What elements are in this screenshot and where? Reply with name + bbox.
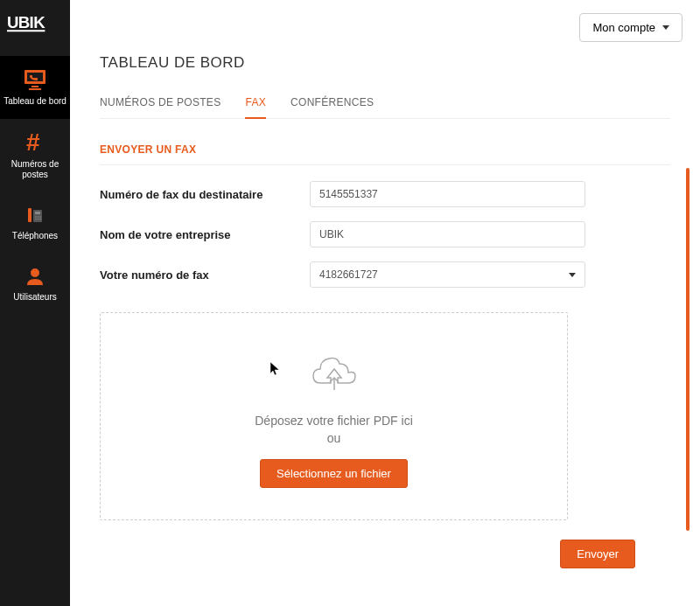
your-fax-select[interactable]: 4182661727 bbox=[310, 261, 585, 288]
svg-point-16 bbox=[31, 268, 39, 277]
svg-text:#: # bbox=[26, 131, 40, 154]
sidebar-item-label: Numéros de postes bbox=[4, 159, 66, 180]
sidebar-item-phones[interactable]: Téléphones bbox=[0, 192, 70, 254]
svg-point-12 bbox=[39, 216, 41, 218]
deskphone-icon bbox=[24, 205, 46, 226]
section-title: ENVOYER UN FAX bbox=[100, 143, 670, 156]
svg-rect-7 bbox=[28, 208, 32, 222]
svg-point-11 bbox=[38, 216, 39, 218]
recipient-fax-input[interactable] bbox=[310, 181, 585, 207]
tab-extensions[interactable]: NUMÉROS DE POSTES bbox=[100, 89, 220, 118]
account-menu-label: Mon compte bbox=[592, 21, 655, 34]
monitor-phone-icon bbox=[22, 68, 48, 91]
topbar: Mon compte bbox=[70, 0, 700, 54]
select-file-button[interactable]: Sélectionnez un fichier bbox=[260, 459, 408, 488]
tab-conferences[interactable]: CONFÉRENCES bbox=[290, 89, 374, 118]
dropzone-text: Déposez votre fichier PDF ici ou bbox=[118, 413, 550, 447]
company-name-label: Nom de votre entreprise bbox=[100, 228, 310, 241]
user-icon bbox=[24, 266, 46, 287]
sidebar-item-label: Téléphones bbox=[12, 231, 58, 241]
page-title: TABLEAU DE BORD bbox=[100, 54, 670, 72]
svg-rect-9 bbox=[35, 212, 40, 214]
dropzone-line2: ou bbox=[118, 430, 550, 448]
main-panel: Mon compte TABLEAU DE BORD NUMÉROS DE PO… bbox=[70, 0, 700, 606]
svg-point-14 bbox=[38, 219, 39, 220]
svg-point-13 bbox=[35, 219, 37, 220]
brand-logo: UBIK bbox=[0, 0, 70, 56]
sidebar-item-label: Tableau de bord bbox=[4, 96, 66, 107]
tab-fax[interactable]: FAX bbox=[245, 89, 266, 119]
your-fax-label: Votre numéro de fax bbox=[100, 268, 310, 282]
tabs: NUMÉROS DE POSTES FAX CONFÉRENCES bbox=[100, 89, 670, 119]
chevron-down-icon bbox=[662, 25, 669, 30]
scrollbar[interactable] bbox=[686, 168, 690, 531]
svg-point-15 bbox=[39, 219, 41, 220]
divider bbox=[100, 164, 670, 165]
cloud-upload-icon bbox=[310, 355, 359, 394]
send-button[interactable]: Envoyer bbox=[560, 540, 635, 568]
hash-icon: # bbox=[24, 131, 46, 154]
company-name-input[interactable] bbox=[310, 221, 585, 247]
sidebar: UBIK Tableau de bord # Numéros de postes… bbox=[0, 0, 70, 606]
chevron-down-icon bbox=[569, 273, 576, 277]
account-menu-button[interactable]: Mon compte bbox=[579, 13, 682, 42]
your-fax-selected-value: 4182661727 bbox=[319, 268, 378, 281]
svg-rect-4 bbox=[32, 86, 38, 87]
file-dropzone[interactable]: Déposez votre fichier PDF ici ou Sélecti… bbox=[100, 312, 568, 520]
svg-text:UBIK: UBIK bbox=[7, 13, 46, 31]
sidebar-item-label: Utilisateurs bbox=[13, 292, 56, 303]
svg-point-10 bbox=[35, 216, 37, 218]
svg-rect-5 bbox=[29, 88, 41, 90]
sidebar-item-dashboard[interactable]: Tableau de bord bbox=[0, 56, 70, 119]
dropzone-line1: Déposez votre fichier PDF ici bbox=[118, 413, 550, 430]
recipient-fax-label: Numéro de fax du destinataire bbox=[100, 188, 310, 201]
ubik-logo-icon: UBIK bbox=[7, 9, 61, 37]
sidebar-item-users[interactable]: Utilisateurs bbox=[0, 254, 70, 315]
sidebar-item-extensions[interactable]: # Numéros de postes bbox=[0, 119, 70, 192]
